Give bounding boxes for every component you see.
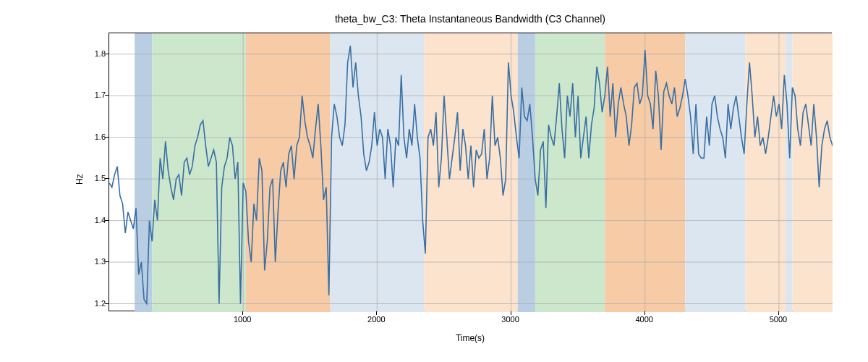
y-tick-mark	[105, 54, 109, 54]
x-tick-label: 4000	[635, 315, 652, 324]
x-tick-label: 5000	[770, 315, 787, 324]
y-tick-mark	[105, 137, 109, 138]
y-tick-label: 1.4	[95, 216, 106, 224]
chart-plot-area	[109, 33, 832, 311]
x-tick-mark	[242, 311, 243, 315]
chart-container	[109, 33, 832, 311]
background-region	[518, 33, 535, 312]
x-tick-mark	[644, 311, 645, 315]
background-region	[786, 33, 792, 312]
background-region	[152, 33, 246, 312]
x-tick-mark	[778, 311, 779, 315]
x-tick-label: 1000	[234, 315, 251, 324]
chart-svg	[109, 33, 833, 312]
background-region	[535, 33, 605, 312]
y-tick-mark	[105, 261, 109, 262]
y-tick-label: 1.2	[95, 299, 106, 308]
background-region	[746, 33, 786, 312]
background-region	[685, 33, 745, 312]
background-region	[792, 33, 833, 312]
y-tick-mark	[105, 220, 109, 221]
chart-title: theta_bw_C3: Theta Instantaneous Bandwid…	[109, 13, 832, 25]
y-tick-label: 1.8	[95, 49, 106, 58]
y-axis-label: Hz	[75, 170, 85, 185]
y-tick-label: 1.3	[95, 257, 106, 266]
y-tick-mark	[105, 178, 109, 179]
y-tick-label: 1.7	[95, 90, 106, 99]
x-tick-label: 3000	[501, 315, 519, 324]
x-tick-label: 2000	[367, 315, 385, 324]
y-tick-mark	[105, 95, 109, 96]
background-region	[135, 33, 152, 312]
x-tick-mark	[511, 311, 511, 315]
x-tick-mark	[376, 311, 377, 315]
y-tick-label: 1.6	[95, 132, 106, 141]
y-tick-label: 1.5	[95, 174, 106, 182]
y-tick-mark	[105, 303, 109, 304]
x-axis-label: Time(s)	[109, 333, 832, 343]
